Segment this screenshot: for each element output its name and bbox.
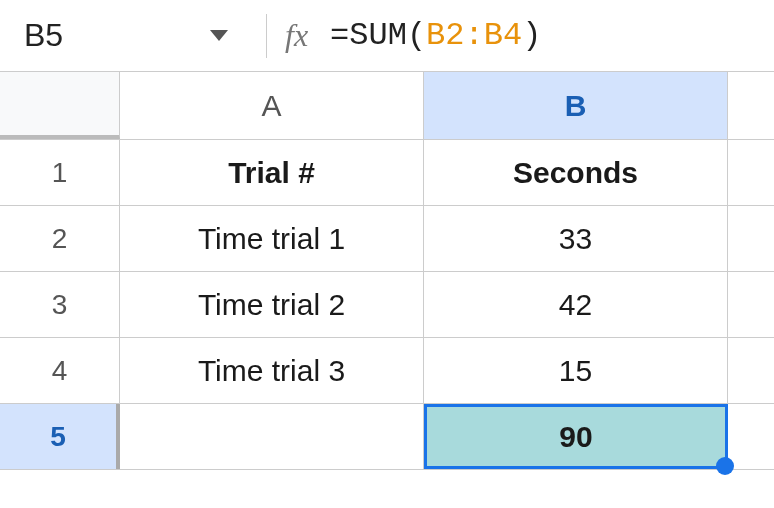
select-all-corner[interactable]: [0, 72, 120, 139]
row-header-1[interactable]: 1: [0, 140, 120, 205]
cell-b5-value: 90: [559, 420, 592, 454]
row-header-3[interactable]: 3: [0, 272, 120, 337]
divider: [266, 14, 267, 58]
column-header-row: A B: [0, 72, 774, 140]
cell-b5-selected[interactable]: 90: [424, 404, 728, 469]
table-row: 2 Time trial 1 33: [0, 206, 774, 272]
formula-prefix: =SUM(: [330, 17, 426, 54]
formula-bar: B5 fx =SUM(B2:B4): [0, 0, 774, 72]
table-row: 1 Trial # Seconds: [0, 140, 774, 206]
cell-a4[interactable]: Time trial 3: [120, 338, 424, 403]
dropdown-icon[interactable]: [210, 30, 228, 41]
table-row: 4 Time trial 3 15: [0, 338, 774, 404]
cell-b1[interactable]: Seconds: [424, 140, 728, 205]
formula-input[interactable]: =SUM(B2:B4): [330, 17, 541, 54]
table-row: 5 90: [0, 404, 774, 470]
table-row: 3 Time trial 2 42: [0, 272, 774, 338]
cell-b4[interactable]: 15: [424, 338, 728, 403]
cell-b3[interactable]: 42: [424, 272, 728, 337]
cell-reference-box[interactable]: B5: [10, 17, 210, 54]
row-header-5[interactable]: 5: [0, 404, 120, 469]
cell-a5[interactable]: [120, 404, 424, 469]
spreadsheet-grid: A B 1 Trial # Seconds 2 Time trial 1 33 …: [0, 72, 774, 470]
formula-suffix: ): [522, 17, 541, 54]
cell-a2[interactable]: Time trial 1: [120, 206, 424, 271]
formula-range: B2:B4: [426, 17, 522, 54]
row-header-2[interactable]: 2: [0, 206, 120, 271]
selection-handle[interactable]: [716, 457, 734, 475]
cell-a1[interactable]: Trial #: [120, 140, 424, 205]
fx-icon[interactable]: fx: [285, 17, 308, 54]
cell-a3[interactable]: Time trial 2: [120, 272, 424, 337]
column-header-b[interactable]: B: [424, 72, 728, 139]
row-header-4[interactable]: 4: [0, 338, 120, 403]
cell-b2[interactable]: 33: [424, 206, 728, 271]
column-header-a[interactable]: A: [120, 72, 424, 139]
